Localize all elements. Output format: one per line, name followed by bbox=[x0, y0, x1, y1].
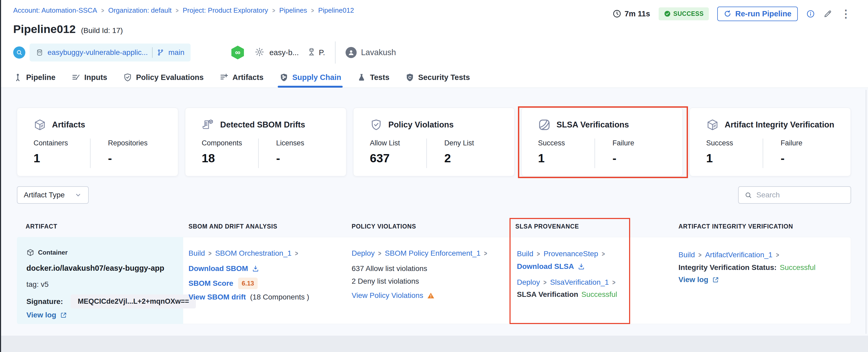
stage-link[interactable]: Deploy bbox=[352, 249, 375, 258]
integrity-step-breadcrumb: Build > ArtifactVerification_1 > bbox=[678, 251, 783, 259]
breadcrumb-project[interactable]: Project: Product Exploratory bbox=[183, 6, 268, 14]
step-link[interactable]: ArtifactVerification_1 bbox=[705, 251, 772, 259]
card-slsa-verifications: SLSA Verifications Success 1 Failure - bbox=[521, 108, 683, 176]
stage-link[interactable]: Build bbox=[188, 249, 205, 258]
card-sbom-drifts: Detected SBOM Drifts Components 18 Licen… bbox=[185, 108, 346, 176]
stage-link[interactable]: Build bbox=[517, 250, 533, 258]
person-icon bbox=[347, 49, 355, 57]
stat-components: Components 18 bbox=[202, 139, 242, 165]
external-link-icon bbox=[712, 276, 719, 283]
tab-security-tests[interactable]: Security Tests bbox=[397, 67, 478, 88]
scrollbar-track[interactable] bbox=[866, 90, 866, 334]
refresh-icon bbox=[723, 10, 732, 18]
title-row: Pipeline012 (Build Id: 17) bbox=[13, 23, 123, 36]
tab-pipeline[interactable]: Pipeline bbox=[5, 67, 63, 88]
card-artifact-integrity: Artifact Integrity Verification Success … bbox=[689, 108, 851, 176]
tab-supply-chain[interactable]: Supply Chain bbox=[271, 67, 349, 88]
stage-link[interactable]: Deploy bbox=[517, 278, 540, 287]
breadcrumb-separator: > bbox=[176, 7, 179, 14]
cube-icon bbox=[26, 249, 34, 256]
slsa-status-label: SLSA Verification bbox=[517, 290, 578, 299]
view-log-link[interactable]: View log bbox=[678, 276, 708, 284]
col-header-slsa: SLSA PROVENANCE bbox=[515, 223, 579, 230]
integrity-status-row: Integrity Verification Status: Successfu… bbox=[678, 263, 815, 272]
artifact-view-log-row: View log bbox=[26, 311, 67, 319]
integrity-view-log-row: View log bbox=[678, 276, 719, 284]
repo-name-link[interactable]: easybuggy-vulnerable-applic... bbox=[48, 48, 148, 57]
pipeline-icon bbox=[13, 73, 23, 82]
col-header-integrity: ARTIFACT INTEGRITY VERIFICATION bbox=[678, 223, 793, 230]
stage-link[interactable]: Build bbox=[678, 251, 695, 259]
search-input[interactable] bbox=[756, 191, 845, 199]
step-link[interactable]: SBOM Policy Enforcement_1 bbox=[385, 249, 481, 258]
warning-triangle-icon bbox=[427, 292, 435, 299]
tab-policy-evaluations[interactable]: Policy Evaluations bbox=[115, 67, 212, 88]
run-duration: 7m 11s bbox=[613, 9, 650, 18]
artifact-type-dropdown[interactable]: Artifact Type bbox=[17, 186, 89, 204]
breadcrumb-organization[interactable]: Organization: default bbox=[108, 6, 172, 14]
stat-divider bbox=[763, 138, 763, 168]
integrity-cell: Build > ArtifactVerification_1 > Integri… bbox=[678, 237, 837, 324]
tab-tests[interactable]: Tests bbox=[349, 67, 397, 88]
branch-name-link[interactable]: main bbox=[168, 48, 185, 57]
step-link[interactable]: ProvenanceStep bbox=[544, 250, 598, 258]
artifact-image-name: docker.io/lavakush07/easy-buggy-app bbox=[26, 264, 164, 273]
slsa-icon bbox=[538, 119, 551, 131]
left-edge-strip bbox=[0, 0, 1, 352]
download-icon bbox=[252, 265, 259, 272]
stat-allow-list: Allow List 637 bbox=[370, 139, 400, 165]
avatar bbox=[346, 47, 356, 58]
shield-check-icon bbox=[123, 73, 132, 82]
tab-inputs[interactable]: Inputs bbox=[63, 67, 115, 88]
search-icon bbox=[744, 191, 752, 199]
header-actions: 7m 11s SUCCESS Re-run Pipeline ⋮ bbox=[613, 6, 851, 22]
bottom-strip bbox=[1, 335, 868, 352]
col-header-artifact: ARTIFACT bbox=[26, 223, 57, 230]
stat-divider bbox=[90, 138, 91, 168]
edit-pencil-icon[interactable] bbox=[824, 9, 832, 18]
view-sbom-drift-link[interactable]: View SBOM drift bbox=[188, 293, 246, 301]
sbom-score-link[interactable]: SBOM Score bbox=[188, 279, 234, 288]
download-slsa-link[interactable]: Download SLSA bbox=[517, 262, 574, 271]
stat-integrity-success: Success 1 bbox=[706, 139, 733, 165]
external-link-icon bbox=[60, 312, 67, 319]
step-link[interactable]: SBOM Orchestration_1 bbox=[215, 249, 291, 258]
search-glyph-icon bbox=[16, 49, 23, 56]
deny-list-violations-text: 2 Deny list violations bbox=[352, 277, 419, 286]
col-header-sbom: SBOM AND DRIFT ANALYSIS bbox=[188, 223, 277, 230]
more-options-kebab-icon[interactable]: ⋮ bbox=[841, 8, 851, 19]
ci-module-icon: ∞ bbox=[231, 46, 244, 59]
breadcrumb-pipelines[interactable]: Pipelines bbox=[279, 6, 307, 14]
check-circle-icon bbox=[664, 10, 671, 17]
slsa-build-breadcrumb: Build > ProvenanceStep > bbox=[517, 250, 609, 258]
stat-slsa-success: Success 1 bbox=[538, 139, 565, 165]
integrity-status-value: Successful bbox=[780, 263, 815, 272]
breadcrumb-separator: > bbox=[101, 7, 104, 14]
view-log-link[interactable]: View log bbox=[26, 311, 56, 319]
user-name-label: Lavakush bbox=[361, 48, 396, 57]
search-box bbox=[738, 186, 851, 204]
header: Account: Automation-SSCA > Organization:… bbox=[1, 0, 868, 88]
inputs-icon bbox=[71, 73, 81, 82]
stat-integrity-failure: Failure - bbox=[781, 139, 803, 165]
breadcrumb-pipeline012[interactable]: Pipeline012 bbox=[318, 6, 354, 14]
info-icon[interactable] bbox=[806, 9, 815, 18]
breadcrumb-account[interactable]: Account: Automation-SSCA bbox=[13, 6, 97, 14]
card-policy-violations: Policy Violations Allow List 637 Deny Li… bbox=[353, 108, 515, 176]
step-link[interactable]: SlsaVerification_1 bbox=[550, 278, 609, 287]
delegate-ref-label: P. bbox=[319, 48, 325, 57]
download-sbom-link[interactable]: Download SBOM bbox=[188, 264, 248, 273]
view-policy-violations-link[interactable]: View Policy Violations bbox=[352, 291, 423, 300]
download-icon bbox=[578, 263, 585, 270]
card-artifacts: Artifacts Containers 1 Repositories - bbox=[17, 108, 178, 176]
card-title: Artifacts bbox=[52, 120, 85, 130]
sbom-drift-row: View SBOM drift (18 Components ) bbox=[188, 293, 309, 301]
rerun-pipeline-button[interactable]: Re-run Pipeline bbox=[717, 7, 798, 21]
stat-deny-list: Deny List 2 bbox=[444, 139, 474, 165]
tab-artifacts[interactable]: Artifacts bbox=[212, 67, 271, 88]
view-policy-violations-row: View Policy Violations bbox=[352, 291, 435, 300]
signature-value-pill: MEQCICde2Vjl...L+2+mqnOXw== bbox=[71, 294, 196, 309]
pill-divider bbox=[152, 47, 153, 58]
delegate-icon bbox=[307, 47, 316, 58]
card-title: Detected SBOM Drifts bbox=[220, 120, 305, 130]
